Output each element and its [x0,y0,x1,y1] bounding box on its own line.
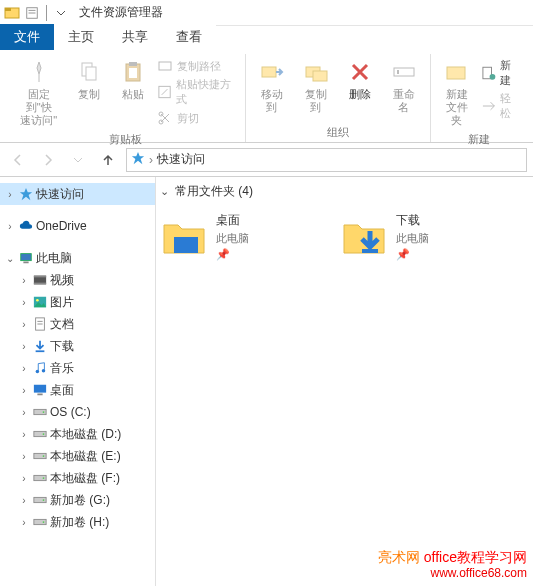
svg-rect-23 [23,262,28,264]
delete-icon [346,58,374,86]
svg-rect-35 [34,385,46,393]
tree-onedrive[interactable]: › OneDrive [0,215,155,237]
svg-rect-18 [397,70,399,74]
svg-point-44 [43,477,45,479]
address-bar[interactable]: › 快速访问 [126,148,527,172]
tab-view[interactable]: 查看 [162,24,216,50]
svg-rect-36 [37,394,42,396]
drive-icon [32,492,48,508]
drive-icon [32,426,48,442]
tree-item[interactable]: ›音乐 [0,357,155,379]
rename-button[interactable]: 重命名 [384,56,424,116]
ribbon-group-clipboard: 固定到"快 速访问" 复制 粘贴 复制路径 [6,54,246,142]
svg-point-28 [36,299,39,302]
svg-point-21 [489,74,495,80]
ribbon: 固定到"快 速访问" 复制 粘贴 复制路径 [0,50,533,143]
tree-item[interactable]: ›视频 [0,269,155,291]
star-icon [18,186,34,202]
ribbon-tabs: 文件 主页 共享 查看 [0,26,533,50]
copy-path-button[interactable]: 复制路径 [157,58,238,74]
tree-item[interactable]: ›下载 [0,335,155,357]
paste-button[interactable]: 粘贴 [113,56,153,103]
svg-point-48 [43,521,45,523]
qat-dropdown-icon[interactable] [53,5,69,21]
window-title: 文件资源管理器 [79,4,163,21]
pin-to-quick-access-button[interactable]: 固定到"快 速访问" [12,56,65,130]
copy-button[interactable]: 复制 [69,56,109,103]
svg-rect-6 [86,67,96,80]
tab-home[interactable]: 主页 [54,24,108,50]
folder-name: 下载 [396,212,429,229]
video-icon [32,272,48,288]
nav-up-button[interactable] [96,148,120,172]
tree-item[interactable]: ›本地磁盘 (F:) [0,467,155,489]
paste-shortcut-button[interactable]: 粘贴快捷方式 [157,77,238,107]
tree-item[interactable]: ›本地磁盘 (D:) [0,423,155,445]
easy-access-button[interactable]: 轻松 [481,91,521,121]
group-label-new: 新建 [437,130,521,149]
ribbon-group-organize: 移动到 复制到 删除 重命名 组织 [246,54,431,142]
folder-item[interactable]: 桌面此电脑📌 [160,212,320,261]
nav-forward-button[interactable] [36,148,60,172]
delete-button[interactable]: 删除 [340,56,380,103]
svg-point-33 [36,370,40,374]
copy-icon [75,58,103,86]
folder-item[interactable]: 下载此电脑📌 [340,212,500,261]
tree-item[interactable]: ›图片 [0,291,155,313]
svg-rect-8 [129,62,137,66]
breadcrumb-location[interactable]: 快速访问 [157,151,205,168]
tree-item[interactable]: ›文档 [0,313,155,335]
tree-quick-access[interactable]: › 快速访问 [0,183,155,205]
picture-icon [32,294,48,310]
drive-icon [32,514,48,530]
rename-icon [390,58,418,86]
new-folder-button[interactable]: 新建 文件夹 [437,56,477,130]
move-icon [258,58,286,86]
quick-access-star-icon [131,151,145,168]
nav-recent-dropdown[interactable] [66,148,90,172]
tree-item[interactable]: ›新加卷 (H:) [0,511,155,533]
nav-back-button[interactable] [6,148,30,172]
new-item-button[interactable]: 新建 [481,58,521,88]
svg-rect-19 [447,67,465,79]
svg-rect-22 [21,254,32,261]
drive-icon [32,404,48,420]
music-icon [32,360,48,376]
folder-icon [160,213,208,261]
new-folder-icon [443,58,471,86]
nav-tree[interactable]: › 快速访问 › OneDrive ⌄ 此电脑 ›视频›图片›文档›下载›音乐›… [0,177,156,586]
section-header[interactable]: ⌄ 常用文件夹 (4) [160,183,529,200]
svg-point-42 [43,455,45,457]
drive-icon [32,470,48,486]
title-bar: 文件资源管理器 [0,0,533,26]
folder-name: 桌面 [216,212,249,229]
svg-point-46 [43,499,45,501]
folder-location: 此电脑 [216,231,249,246]
move-to-button[interactable]: 移动到 [252,56,292,116]
tree-item[interactable]: ›新加卷 (G:) [0,489,155,511]
pin-icon [25,58,53,86]
tree-item[interactable]: ›OS (C:) [0,401,155,423]
copy-to-button[interactable]: 复制到 [296,56,336,116]
tree-item[interactable]: ›本地磁盘 (E:) [0,445,155,467]
explorer-icon [4,5,20,21]
svg-point-34 [42,369,46,373]
watermark: 亮术网 office教程学习网 www.office68.com [378,548,527,582]
tree-this-pc[interactable]: ⌄ 此电脑 [0,247,155,269]
tab-share[interactable]: 共享 [108,24,162,50]
tree-item[interactable]: ›桌面 [0,379,155,401]
main-area: › 快速访问 › OneDrive ⌄ 此电脑 ›视频›图片›文档›下载›音乐›… [0,177,533,586]
drive-icon [32,448,48,464]
tab-file[interactable]: 文件 [0,24,54,50]
svg-rect-10 [159,62,171,70]
pin-icon: 📌 [216,248,249,261]
content-pane[interactable]: ⌄ 常用文件夹 (4) 桌面此电脑📌下载此电脑📌 亮术网 office教程学习网… [156,177,533,586]
copy-to-icon [302,58,330,86]
document-icon [32,316,48,332]
desktop-icon [32,382,48,398]
svg-rect-9 [129,68,137,78]
paste-icon [119,58,147,86]
svg-rect-14 [262,67,276,77]
cut-button[interactable]: 剪切 [157,110,238,126]
properties-qat-icon[interactable] [24,5,40,21]
